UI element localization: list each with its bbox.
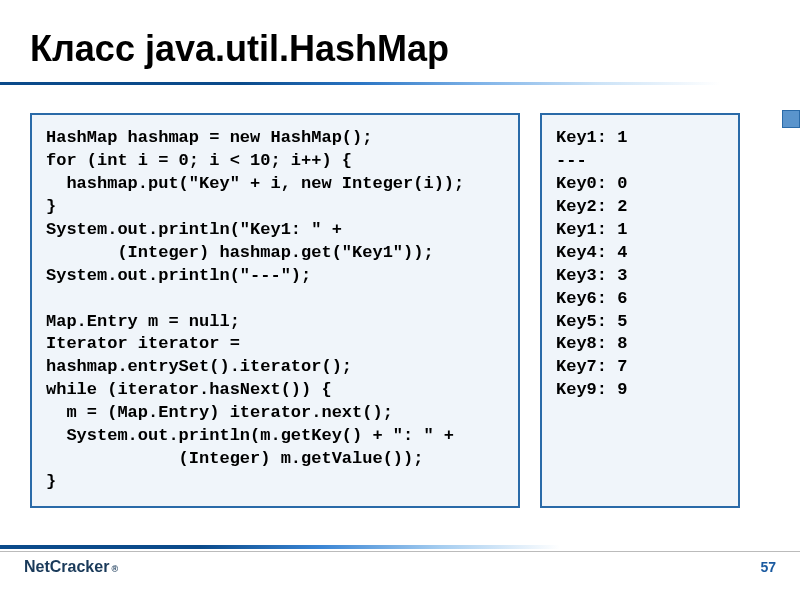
code-block-output: Key1: 1 --- Key0: 0 Key2: 2 Key1: 1 Key4…: [540, 113, 740, 508]
title-decoration-square: [782, 110, 800, 128]
page-number: 57: [760, 559, 776, 575]
logo-trademark: ®: [111, 564, 118, 574]
logo: NetCracker®: [24, 558, 118, 576]
slide: Класс java.util.HashMap HashMap hashmap …: [0, 0, 800, 600]
logo-part2: Cracker: [50, 558, 110, 576]
code-block-source: HashMap hashmap = new HashMap(); for (in…: [30, 113, 520, 508]
footer-line: [0, 545, 800, 549]
content-area: HashMap hashmap = new HashMap(); for (in…: [0, 85, 800, 508]
slide-title: Класс java.util.HashMap: [0, 0, 800, 82]
logo-part1: Net: [24, 558, 50, 576]
footer-content: NetCracker® 57: [0, 552, 800, 576]
footer: NetCracker® 57: [0, 545, 800, 600]
